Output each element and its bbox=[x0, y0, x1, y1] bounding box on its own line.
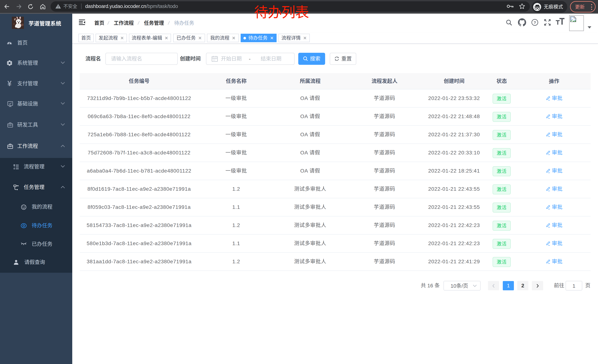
svg-text:?: ? bbox=[534, 20, 536, 25]
